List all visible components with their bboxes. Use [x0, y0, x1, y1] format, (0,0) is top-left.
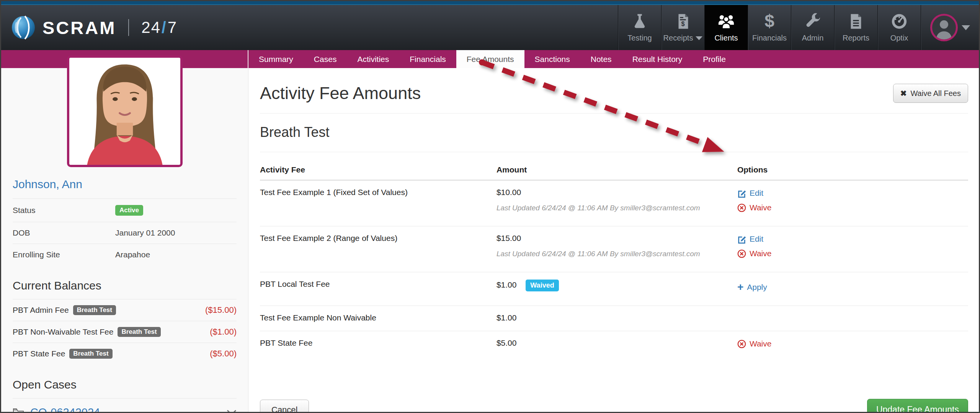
user-menu[interactable] [921, 5, 979, 50]
info-label: DOB [13, 228, 115, 237]
balance-amount: ($5.00) [210, 349, 237, 359]
nav-label: Financials [752, 34, 787, 42]
fee-amount: $15.00 [497, 234, 737, 243]
nav-label: Clients [714, 34, 738, 42]
fee-name: Test Fee Example 2 (Range of Values) [260, 226, 497, 272]
apply-link[interactable]: + Apply [737, 283, 968, 292]
waive-circle-x-icon [737, 249, 746, 258]
app-window: SCRAM 24/7 Testing $ Receipts [0, 0, 980, 413]
nav-label: Receipts [663, 34, 703, 42]
breath-test-badge: Breath Test [118, 327, 160, 337]
edit-icon [737, 189, 746, 198]
nav-item-reports[interactable]: Reports [834, 5, 877, 50]
edit-link[interactable]: Edit [737, 189, 968, 198]
col-header-options: Options [737, 165, 968, 180]
fee-amounts-main: Activity Fee Amounts ✖ Waive All Fees Br… [248, 68, 979, 412]
status-badge: Active [115, 205, 143, 216]
top-blue-strip [1, 1, 979, 5]
report-icon [847, 13, 865, 30]
fee-last-updated: Last Updated 6/24/24 @ 11:06 AM By smill… [497, 250, 737, 258]
edit-icon [737, 235, 746, 244]
chevron-down-icon[interactable] [227, 410, 237, 413]
breath-test-badge: Breath Test [69, 349, 112, 359]
fee-name: PBT Local Test Fee [260, 272, 497, 306]
tab-profile[interactable]: Profile [693, 50, 736, 68]
tab-financials[interactable]: Financials [399, 50, 456, 68]
gauge-icon [890, 13, 908, 30]
plus-icon: + [737, 283, 743, 291]
info-row-dob: DOB January 01 2000 [13, 222, 237, 244]
table-row: Test Fee Example Non Waivable $1.00 [260, 306, 968, 331]
waived-badge: Waived [526, 280, 559, 291]
svg-text:$: $ [764, 13, 774, 30]
cancel-button[interactable]: Cancel [260, 400, 309, 413]
page-title: Activity Fee Amounts [260, 83, 421, 103]
table-row: PBT State Fee $5.00 Waive [260, 331, 968, 363]
logo-divider [128, 19, 129, 36]
top-nav-items: Testing $ Receipts C [618, 5, 979, 50]
scram-logo-icon [11, 15, 36, 40]
nav-item-financials[interactable]: $ Financials [748, 5, 791, 50]
nav-label: Admin [802, 34, 824, 42]
clients-icon [717, 13, 735, 30]
fee-name: PBT State Fee [260, 331, 497, 363]
tab-cases[interactable]: Cases [304, 50, 347, 68]
fee-last-updated: Last Updated 6/24/24 @ 11:06 AM By smill… [497, 204, 737, 212]
waive-circle-x-icon [737, 203, 746, 212]
user-menu-caret-icon [962, 25, 970, 30]
current-balances-heading: Current Balances [13, 279, 237, 292]
nav-item-optix[interactable]: Optix [877, 5, 921, 50]
col-header-amount: Amount [497, 165, 737, 180]
nav-item-testing[interactable]: Testing [618, 5, 661, 50]
content-area: Johnson, Ann Status Active DOB January 0… [1, 68, 979, 412]
waive-all-fees-button[interactable]: ✖ Waive All Fees [893, 84, 968, 103]
balance-amount: ($1.00) [210, 327, 237, 337]
dollar-icon: $ [761, 13, 778, 30]
update-fee-amounts-button[interactable]: Update Fee Amounts [867, 399, 968, 413]
x-icon: ✖ [900, 89, 907, 98]
open-cases-heading: Open Cases [13, 378, 237, 391]
balance-row: PBT Non-Waivable Test Fee Breath Test ($… [13, 321, 237, 343]
tab-summary[interactable]: Summary [248, 50, 304, 68]
main-header: Activity Fee Amounts ✖ Waive All Fees [260, 83, 968, 103]
nav-label: Optix [890, 34, 908, 42]
balance-name: PBT Non-Waivable Test Fee [13, 327, 113, 337]
tab-activities[interactable]: Activities [347, 50, 399, 68]
tab-sanctions[interactable]: Sanctions [524, 50, 580, 68]
nav-label: Reports [843, 34, 869, 42]
info-value: Arapahoe [115, 250, 150, 259]
nav-item-admin[interactable]: Admin [791, 5, 834, 50]
divider [260, 113, 968, 114]
brand-247: 24/7 [141, 18, 177, 37]
balance-row: PBT Admin Fee Breath Test ($15.00) [13, 299, 237, 321]
waive-link[interactable]: Waive [737, 203, 968, 212]
activity-fees-table: Activity Fee Amount Options Test Fee Exa… [260, 165, 968, 362]
balance-amount: ($15.00) [205, 305, 237, 315]
client-name-link[interactable]: Johnson, Ann [13, 178, 82, 191]
nav-item-receipts[interactable]: $ Receipts [661, 5, 704, 50]
open-case-row[interactable]: CO-06242024 [13, 398, 237, 413]
case-link[interactable]: CO-06242024 [30, 406, 100, 413]
waive-link[interactable]: Waive [737, 249, 968, 258]
flask-icon [631, 13, 648, 30]
tab-fee-amounts[interactable]: Fee Amounts [456, 50, 524, 68]
top-navbar: SCRAM 24/7 Testing $ Receipts [1, 5, 979, 50]
receipt-icon: $ [674, 13, 692, 30]
scram-logo[interactable]: SCRAM 24/7 [1, 5, 177, 50]
info-row-enrolling-site: Enrolling Site Arapahoe [13, 244, 237, 265]
fee-amount: $1.00 [497, 280, 517, 289]
fee-name: Test Fee Example Non Waivable [260, 306, 497, 331]
waive-link[interactable]: Waive [737, 339, 968, 348]
svg-text:$: $ [681, 20, 684, 27]
divider [260, 152, 968, 152]
nav-label: Testing [627, 34, 652, 42]
edit-link[interactable]: Edit [737, 234, 968, 244]
fee-amount: $1.00 [497, 313, 517, 322]
caret-down-icon [696, 36, 702, 40]
wrench-icon [804, 13, 822, 30]
tab-result-history[interactable]: Result History [622, 50, 693, 68]
fee-name: Test Fee Example 1 (Fixed Set of Values) [260, 180, 497, 226]
col-header-activity-fee: Activity Fee [260, 165, 497, 180]
tab-notes[interactable]: Notes [580, 50, 622, 68]
nav-item-clients[interactable]: Clients [704, 5, 748, 50]
